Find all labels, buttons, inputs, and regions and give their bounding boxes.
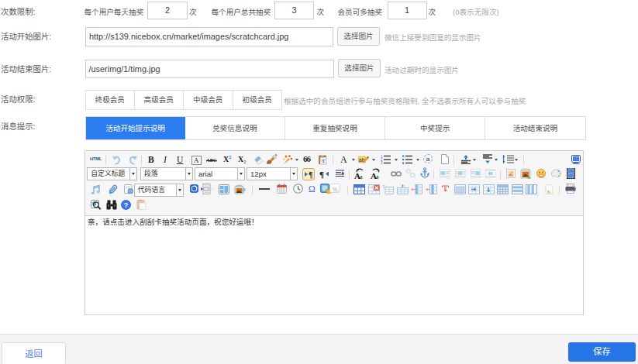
svg-text:T: T	[322, 158, 326, 164]
svg-text:?: ?	[124, 201, 129, 208]
svg-text:a: a	[360, 173, 363, 180]
svg-text:3: 3	[381, 161, 383, 164]
svg-text:¶: ¶	[309, 170, 312, 179]
svg-text:¶: ¶	[319, 170, 324, 179]
svg-text:a: a	[376, 173, 379, 180]
svg-text:T: T	[382, 184, 385, 189]
